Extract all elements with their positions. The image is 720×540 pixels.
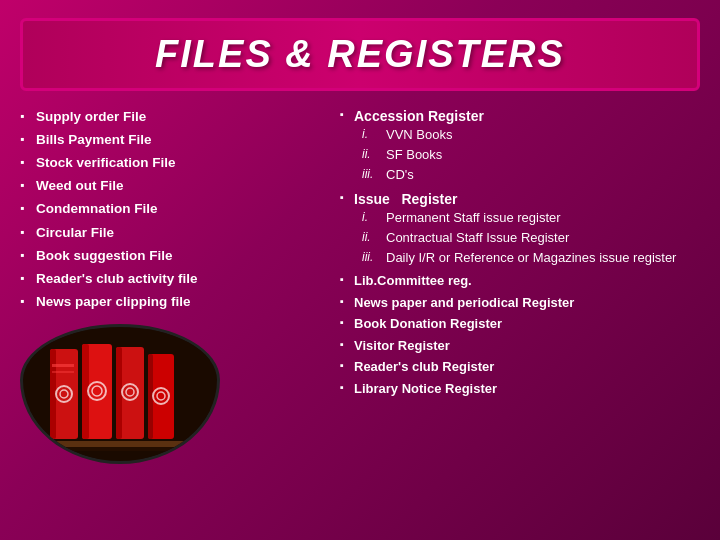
page-title: FILES & REGISTERS [43,33,677,76]
list-item: Reader's club activity file [20,268,330,291]
sub-list-item: iii.Daily I/R or Reference or Magazines … [362,248,700,268]
svg-rect-4 [52,371,74,373]
list-item: Bills Payment File [20,128,330,151]
sub-list-item: ii.Contractual Staff Issue Register [362,228,700,248]
right-column: Accession Register i.VVN Books ii.SF Boo… [340,105,700,540]
accession-sub-list: i.VVN Books ii.SF Books iii.CD's [354,126,700,186]
svg-rect-20 [40,447,205,451]
left-column: Supply order File Bills Payment File Sto… [20,105,330,540]
list-item: Condemnation File [20,198,330,221]
accession-register-label: Accession Register [354,108,484,124]
readers-club-register-item: Reader's club Register [340,356,700,378]
issue-register-label: Issue Register [354,191,458,207]
book-donation-item: Book Donation Register [340,313,700,335]
sub-list-item: i.VVN Books [362,126,700,146]
list-item: News paper clipping file [20,291,330,314]
issue-register-item: Issue Register i.Permanent Staff issue r… [340,188,700,271]
list-item: Supply order File [20,105,330,128]
accession-register-item: Accession Register i.VVN Books ii.SF Boo… [340,105,700,188]
sub-list-item: i.Permanent Staff issue register [362,208,700,228]
news-paper-register-item: News paper and periodical Register [340,292,700,314]
list-item: Book suggestion File [20,244,330,267]
library-notice-item: Library Notice Register [340,378,700,400]
issue-sub-list: i.Permanent Staff issue register ii.Cont… [354,208,700,268]
left-list: Supply order File Bills Payment File Sto… [20,105,330,314]
list-item: Weed out File [20,175,330,198]
right-list: Accession Register i.VVN Books ii.SF Boo… [340,105,700,399]
lib-committee-item: Lib.Committee reg. [340,270,700,292]
list-item: Stock verification File [20,151,330,174]
list-item: Circular File [20,221,330,244]
visitor-register-item: Visitor Register [340,335,700,357]
content-area: Supply order File Bills Payment File Sto… [20,105,700,540]
sub-list-item: iii.CD's [362,166,700,186]
sub-list-item: ii.SF Books [362,146,700,166]
books-image [20,324,220,464]
title-banner: FILES & REGISTERS [20,18,700,91]
svg-rect-3 [52,364,74,367]
svg-rect-19 [40,441,205,447]
